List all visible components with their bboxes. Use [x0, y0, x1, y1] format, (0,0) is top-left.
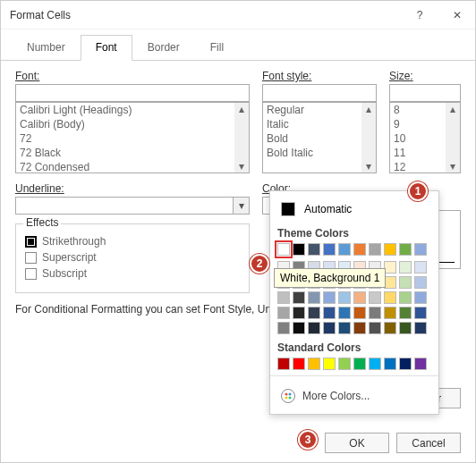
- shade-swatch[interactable]: [399, 322, 412, 334]
- window-controls: ? ✕: [409, 9, 468, 21]
- scrollbar[interactable]: ▴▾: [446, 103, 460, 173]
- shade-swatch[interactable]: [369, 322, 381, 334]
- shade-swatch[interactable]: [384, 322, 396, 334]
- shade-swatch[interactable]: [353, 291, 366, 304]
- standard-swatch[interactable]: [369, 358, 381, 370]
- shade-swatch[interactable]: [338, 291, 351, 304]
- automatic-swatch: [281, 202, 295, 216]
- font-style-input[interactable]: [262, 84, 377, 102]
- list-item[interactable]: Regular: [263, 103, 376, 117]
- shade-swatch[interactable]: [384, 291, 396, 304]
- size-input[interactable]: [389, 84, 461, 102]
- shade-swatch[interactable]: [293, 307, 305, 319]
- tab-border[interactable]: Border: [132, 35, 195, 60]
- close-button[interactable]: ✕: [446, 9, 468, 21]
- theme-swatch[interactable]: [277, 243, 290, 256]
- shade-swatch[interactable]: [308, 291, 320, 304]
- cancel-button[interactable]: Cancel: [396, 433, 461, 453]
- subscript-checkbox[interactable]: Subscript: [25, 267, 240, 280]
- superscript-checkbox[interactable]: Superscript: [25, 251, 240, 264]
- font-list[interactable]: Calibri Light (Headings) Calibri (Body) …: [15, 102, 250, 173]
- list-item[interactable]: Bold Italic: [263, 146, 376, 160]
- superscript-label: Superscript: [42, 251, 97, 264]
- theme-swatch[interactable]: [293, 243, 305, 256]
- help-button[interactable]: ?: [409, 9, 430, 21]
- tab-number[interactable]: Number: [12, 35, 81, 60]
- list-item[interactable]: Bold: [263, 131, 376, 146]
- dialog-title: Format Cells: [10, 9, 71, 21]
- list-item[interactable]: Calibri Light (Headings): [16, 103, 249, 117]
- automatic-color[interactable]: Automatic: [277, 198, 431, 220]
- svg-point-1: [289, 393, 292, 396]
- font-style-list[interactable]: Regular Italic Bold Bold Italic ▴▾: [262, 102, 377, 173]
- theme-swatch[interactable]: [308, 243, 320, 256]
- tab-fill[interactable]: Fill: [195, 35, 239, 60]
- ok-button[interactable]: OK: [325, 433, 389, 453]
- standard-swatch[interactable]: [353, 358, 366, 370]
- shade-swatch[interactable]: [277, 291, 290, 304]
- standard-swatch[interactable]: [323, 358, 336, 370]
- list-item[interactable]: 72 Condensed: [16, 160, 249, 173]
- shade-swatch[interactable]: [293, 322, 305, 334]
- color-picker-panel: Automatic Theme Colors White, Background…: [269, 190, 439, 415]
- theme-swatch[interactable]: [323, 243, 336, 256]
- standard-swatch[interactable]: [338, 358, 351, 370]
- list-item[interactable]: Italic: [263, 117, 376, 131]
- font-input[interactable]: [15, 84, 250, 102]
- shade-swatch[interactable]: [323, 322, 336, 334]
- theme-swatch[interactable]: [399, 243, 412, 256]
- shade-swatch[interactable]: [293, 291, 305, 304]
- standard-colors-row: [277, 358, 431, 370]
- standard-colors-label: Standard Colors: [277, 341, 431, 354]
- shade-swatch[interactable]: [277, 322, 290, 334]
- standard-swatch[interactable]: [293, 358, 305, 370]
- theme-swatch[interactable]: [353, 243, 366, 256]
- shade-swatch[interactable]: [369, 291, 381, 304]
- scrollbar[interactable]: ▴▾: [361, 103, 376, 173]
- shade-swatch[interactable]: [414, 307, 427, 319]
- more-colors[interactable]: More Colors...: [277, 385, 431, 407]
- underline-dropdown[interactable]: ▾: [15, 197, 250, 215]
- chevron-down-icon: ▾: [233, 198, 249, 214]
- shade-swatch[interactable]: [399, 307, 412, 319]
- svg-point-0: [285, 393, 288, 396]
- shade-swatch[interactable]: [338, 322, 351, 334]
- shade-swatch[interactable]: [277, 307, 290, 319]
- shade-swatch[interactable]: [353, 307, 366, 319]
- list-item[interactable]: 72 Black: [16, 146, 249, 160]
- theme-swatch[interactable]: [369, 243, 381, 256]
- shade-swatch[interactable]: [353, 322, 366, 334]
- shade-swatch[interactable]: [414, 322, 427, 334]
- shade-swatch[interactable]: [399, 276, 412, 289]
- standard-swatch[interactable]: [308, 358, 320, 370]
- shade-swatch[interactable]: [399, 291, 412, 304]
- effects-fieldset: Effects Strikethrough Superscript Subscr…: [15, 223, 250, 293]
- shade-swatch[interactable]: [384, 307, 396, 319]
- scrollbar[interactable]: ▴▾: [234, 103, 249, 173]
- strikethrough-checkbox[interactable]: Strikethrough: [25, 235, 240, 248]
- theme-swatch[interactable]: [414, 243, 427, 256]
- theme-swatch[interactable]: [338, 243, 351, 256]
- shade-swatch[interactable]: [414, 291, 427, 304]
- shade-swatch[interactable]: [399, 261, 412, 274]
- svg-point-2: [285, 397, 288, 400]
- theme-swatch[interactable]: [384, 243, 396, 256]
- shade-swatch[interactable]: [323, 307, 336, 319]
- color-tooltip: White, Background 1: [274, 268, 386, 288]
- shade-swatch[interactable]: [414, 276, 427, 289]
- list-item[interactable]: Calibri (Body): [16, 117, 249, 131]
- shade-swatch[interactable]: [323, 291, 336, 304]
- standard-swatch[interactable]: [399, 358, 412, 370]
- standard-swatch[interactable]: [277, 358, 290, 370]
- tab-font[interactable]: Font: [81, 35, 132, 61]
- list-item[interactable]: 72: [16, 131, 249, 146]
- shade-swatch[interactable]: [308, 307, 320, 319]
- shade-swatch[interactable]: [369, 307, 381, 319]
- theme-colors-row: [277, 243, 431, 256]
- shade-swatch[interactable]: [338, 307, 351, 319]
- shade-swatch[interactable]: [308, 322, 320, 334]
- size-list[interactable]: 8 9 10 11 12 14 ▴▾: [389, 102, 461, 173]
- standard-swatch[interactable]: [384, 358, 396, 370]
- shade-swatch[interactable]: [414, 261, 427, 274]
- standard-swatch[interactable]: [414, 358, 427, 370]
